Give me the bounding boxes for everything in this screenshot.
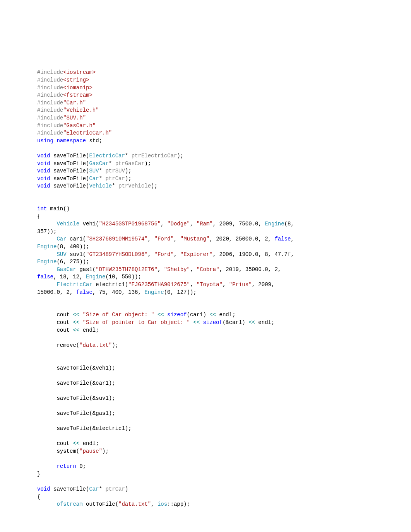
code-token: int (37, 206, 47, 212)
code-line: saveToFile(&suv1); (37, 395, 374, 402)
code-token: "EJG2356THA9012675" (128, 281, 190, 288)
code-line (37, 349, 374, 357)
code-token: suv1( (67, 251, 86, 257)
code-line (37, 190, 374, 198)
code-token: "Ford" (154, 236, 174, 242)
code-token: <string> (63, 77, 89, 83)
code-token: "Car.h" (63, 100, 86, 106)
code-token: Car (89, 486, 99, 492)
code-token: Engine (265, 221, 284, 227)
code-token: #include (37, 92, 63, 98)
code-line: cout << "Size of Car object: " << sizeof… (37, 311, 374, 319)
code-token: * (109, 160, 115, 167)
code-token: * (99, 168, 106, 174)
code-token: << (158, 312, 164, 318)
code-token: void (37, 183, 50, 189)
code-token: "SH23768910MM19574" (86, 236, 148, 242)
code-token: Vehicle (57, 221, 79, 227)
code-line (37, 478, 374, 486)
code-line: { (37, 213, 374, 221)
code-token: ptrCar (105, 176, 125, 182)
code-token: outToFile( (83, 501, 118, 507)
code-token: void (37, 160, 50, 167)
code-token: , (190, 281, 197, 288)
code-line (37, 145, 374, 152)
code-token: , (161, 221, 167, 227)
code-token (37, 463, 57, 469)
code-token (37, 145, 40, 151)
code-line: Vehicle veh1("H2345GSTP01968756", "Dodge… (37, 220, 374, 228)
code-token: false (37, 274, 53, 280)
code-line: system("pause"); (37, 448, 374, 455)
code-token: #include (37, 69, 63, 75)
code-token: saveToFile( (50, 183, 89, 189)
code-token: "Mustang" (180, 236, 210, 242)
code-token: <iostream> (63, 69, 96, 75)
code-line: cout << endl; (37, 327, 374, 334)
code-line (37, 296, 374, 304)
code-token: (8, (284, 221, 298, 227)
code-token (37, 334, 40, 341)
code-line: #include<iomanip> (37, 84, 374, 92)
code-line (37, 433, 374, 440)
code-line: #include"Car.h" (37, 99, 374, 107)
code-line: using namespace std; (37, 137, 374, 145)
code-token: "ElectricCar.h" (63, 130, 112, 136)
code-line: cout << "Size of pointer to Car object: … (37, 319, 374, 327)
code-token: cout (37, 440, 73, 447)
code-token: <fstream> (63, 92, 92, 98)
code-line: saveToFile(&veh1); (37, 365, 374, 372)
code-token: ptrVehicle (118, 183, 151, 189)
code-line: return 0; (37, 463, 374, 471)
code-token: * (99, 486, 106, 492)
code-line: #include"GasCar.h" (37, 122, 374, 130)
code-line (37, 357, 374, 365)
code-token: car1( (67, 236, 86, 242)
code-token: Vehicle (89, 183, 112, 189)
code-token: cout (37, 312, 73, 318)
code-token: <iomanip> (63, 85, 92, 91)
code-token: , 2009, (252, 281, 278, 288)
code-token: saveToFile(&electric1); (37, 425, 132, 431)
code-token: "Ford" (154, 251, 174, 257)
code-token: , 2019, 35000.0, 2, (219, 266, 284, 273)
code-token: saveToFile(&car1); (37, 380, 115, 386)
code-line: saveToFile(&car1); (37, 380, 374, 387)
code-token: , (148, 251, 154, 257)
code-token: ); (151, 183, 158, 189)
code-token: * (99, 176, 106, 182)
code-line: Car car1("SH23768910MM19574", "Ford", "M… (37, 235, 374, 243)
code-token: , (158, 266, 164, 273)
code-token: , (174, 251, 180, 257)
code-token (37, 478, 40, 484)
code-token: Engine (144, 289, 164, 295)
code-token: sizeof (167, 312, 187, 318)
code-token: std; (86, 138, 102, 144)
code-token (37, 350, 40, 356)
code-token (37, 501, 57, 507)
code-token (79, 312, 82, 318)
code-token (79, 319, 82, 326)
code-token: "Vehicle.h" (63, 107, 99, 113)
code-token: false (76, 289, 92, 295)
code-token: << (73, 319, 79, 326)
code-token: ElectricCar (89, 153, 125, 159)
code-token: "Prius" (229, 281, 252, 288)
code-token: ); (177, 153, 183, 159)
code-token: << (73, 312, 79, 318)
code-line: 15000.0, 2, false, 75, 400, 136, Engine(… (37, 289, 374, 297)
code-token: , 2006, 1900.0, 8, 47.7f, (213, 251, 297, 257)
code-token: << (193, 319, 200, 326)
code-token: "Dodge" (167, 221, 190, 227)
code-line: #include"SUV.h" (37, 114, 374, 122)
code-token (37, 191, 40, 197)
code-token: saveToFile( (50, 176, 89, 182)
code-token (37, 357, 40, 363)
code-token: Engine (86, 274, 105, 280)
code-token: "GT234897YHSODL096" (86, 251, 148, 257)
code-line: saveToFile(&electric1); (37, 425, 374, 433)
code-token: using namespace (37, 138, 86, 144)
code-line: GasCar gas1("DTHW235TH78Q12ET6", "Shelby… (37, 266, 374, 274)
code-token (37, 251, 57, 257)
code-token: saveToFile( (50, 153, 89, 159)
